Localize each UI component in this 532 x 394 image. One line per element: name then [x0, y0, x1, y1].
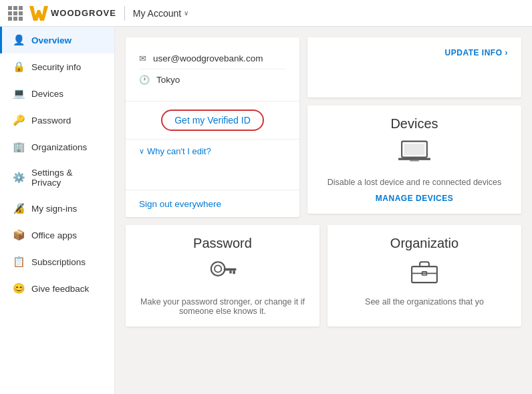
- sidebar-item-settings-privacy[interactable]: ⚙️ Settings & Privacy: [0, 160, 114, 195]
- woodgrove-logo: WOODGROVE: [29, 6, 116, 21]
- sidebar-label-password: Password: [31, 116, 71, 126]
- location-value: Tokyo: [156, 75, 180, 85]
- sidebar-item-office-apps[interactable]: 📦 Office apps: [0, 222, 114, 248]
- email-field: ✉ user@woodgrovebank.com: [139, 48, 286, 69]
- sidebar-item-security-info[interactable]: 🔒 Security info: [0, 53, 114, 80]
- svg-rect-4: [410, 160, 419, 162]
- sidebar-label-subscriptions: Subscriptions: [31, 257, 86, 267]
- sidebar-item-subscriptions[interactable]: 📋 Subscriptions: [0, 248, 114, 275]
- svg-rect-7: [224, 268, 237, 270]
- why-section: ∨ Why can't I edit?: [126, 139, 299, 163]
- profile-card: ✉ user@woodgrovebank.com 🕐 Tokyo Get my …: [126, 37, 299, 217]
- devices-card-title: Devices: [390, 116, 438, 132]
- update-info-label: UPDATE INFO: [445, 48, 503, 57]
- sidebar-item-password[interactable]: 🔑 Password: [0, 107, 114, 134]
- devices-icon: 💻: [13, 87, 25, 100]
- sidebar-label-settings-privacy: Settings & Privacy: [31, 168, 104, 188]
- sidebar-item-overview[interactable]: 👤 Overview: [0, 27, 114, 53]
- give-feedback-icon: 😊: [13, 282, 25, 294]
- update-info-link[interactable]: UPDATE INFO ›: [445, 48, 508, 57]
- sidebar-item-organizations[interactable]: 🏢 Organizations: [0, 134, 114, 160]
- grid-icon: [8, 6, 23, 21]
- svg-point-6: [215, 265, 221, 272]
- password-card-title: Password: [193, 236, 252, 251]
- svg-rect-10: [412, 266, 437, 282]
- manage-devices-link[interactable]: MANAGE DEVICES: [376, 194, 453, 203]
- sidebar-label-office-apps: Office apps: [31, 230, 77, 240]
- sidebar-item-devices[interactable]: 💻 Devices: [0, 80, 114, 107]
- location-icon: 🕐: [139, 75, 150, 85]
- email-icon: ✉: [139, 53, 146, 63]
- sign-out-everywhere-link[interactable]: Sign out everywhere: [139, 199, 221, 209]
- laptop-icon: [398, 138, 430, 171]
- sign-out-section: Sign out everywhere: [126, 190, 299, 217]
- svg-rect-2: [404, 144, 425, 155]
- password-description: Make your password stronger, or change i…: [139, 297, 306, 316]
- topbar: WOODGROVE My Account ∨: [0, 0, 532, 27]
- overview-icon: 👤: [13, 34, 25, 46]
- spacer: [126, 163, 299, 190]
- svg-rect-3: [398, 158, 430, 160]
- sidebar-label-overview: Overview: [31, 35, 72, 45]
- orgs-card-title: Organizatio: [390, 236, 458, 251]
- svg-marker-0: [29, 6, 48, 21]
- main-content: ✉ user@woodgrovebank.com 🕐 Tokyo Get my …: [115, 27, 532, 394]
- topbar-title[interactable]: My Account ∨: [133, 8, 188, 19]
- key-icon: [207, 258, 239, 290]
- sidebar-item-give-feedback[interactable]: 😊 Give feedback: [0, 275, 114, 302]
- organizations-card: Organizatio See all the organizations th…: [327, 225, 521, 327]
- svg-point-5: [211, 262, 225, 276]
- devices-description: Disable a lost device and re connected d…: [327, 178, 502, 187]
- svg-rect-9: [229, 270, 231, 273]
- app-logo: WOODGROVE: [8, 6, 116, 21]
- sidebar-label-security-info: Security info: [31, 62, 81, 72]
- top-cards-row: ✉ user@woodgrovebank.com 🕐 Tokyo Get my …: [126, 37, 521, 217]
- app-name: WOODGROVE: [51, 8, 116, 18]
- layout: 👤 Overview 🔒 Security info 💻 Devices 🔑 P…: [0, 27, 532, 394]
- sidebar-label-devices: Devices: [31, 89, 63, 99]
- devices-card: Devices Disable a lost device and re con…: [307, 106, 521, 214]
- profile-fields: ✉ user@woodgrovebank.com 🕐 Tokyo: [126, 37, 299, 101]
- right-panel: UPDATE INFO › Devices: [307, 37, 521, 217]
- bottom-cards-row: Password Make your password stronger, or…: [126, 225, 521, 327]
- svg-rect-8: [233, 270, 235, 274]
- update-info-card: UPDATE INFO ›: [307, 37, 521, 97]
- chevron-down-icon: ∨: [139, 147, 144, 156]
- why-edit-link[interactable]: ∨ Why can't I edit?: [139, 146, 286, 156]
- sidebar: 👤 Overview 🔒 Security info 💻 Devices 🔑 P…: [0, 27, 115, 394]
- location-field: 🕐 Tokyo: [139, 69, 286, 90]
- verified-id-button[interactable]: Get my Verified ID: [161, 110, 264, 131]
- update-info-arrow-icon: ›: [505, 48, 509, 57]
- password-icon: 🔑: [13, 114, 25, 126]
- email-value: user@woodgrovebank.com: [153, 53, 263, 63]
- sidebar-label-my-sign-ins: My sign-ins: [31, 204, 77, 214]
- briefcase-icon: [408, 258, 440, 290]
- sidebar-label-give-feedback: Give feedback: [31, 284, 89, 294]
- password-card: Password Make your password stronger, or…: [126, 225, 319, 327]
- office-apps-icon: 📦: [13, 229, 25, 241]
- sidebar-label-organizations: Organizations: [31, 142, 87, 152]
- verified-id-section: Get my Verified ID: [126, 101, 299, 139]
- my-account-label: My Account: [133, 8, 181, 19]
- topbar-caret-icon: ∨: [184, 9, 188, 17]
- topbar-divider: [124, 6, 125, 21]
- settings-privacy-icon: ⚙️: [13, 172, 25, 184]
- subscriptions-icon: 📋: [13, 256, 25, 268]
- why-label: Why can't I edit?: [147, 146, 211, 156]
- organizations-icon: 🏢: [13, 141, 25, 153]
- security-info-icon: 🔒: [13, 61, 25, 73]
- sidebar-item-my-sign-ins[interactable]: 🔏 My sign-ins: [0, 195, 114, 222]
- my-sign-ins-icon: 🔏: [13, 202, 25, 214]
- orgs-description: See all the organizations that yo: [365, 297, 484, 307]
